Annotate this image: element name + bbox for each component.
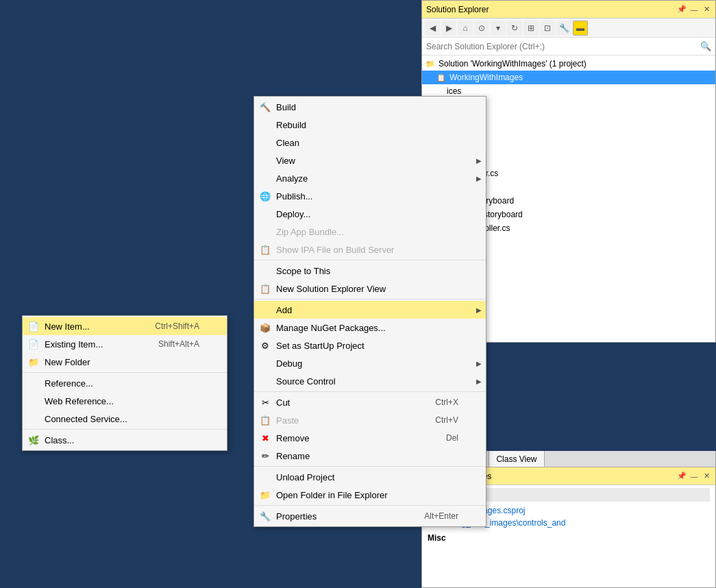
minimize-button[interactable]: — [689,5,699,14]
cm-debug[interactable]: Debug ▶ [254,354,486,372]
add-new-folder-label: New Folder [45,357,90,367]
tree-item-solution-label: Solution 'WorkingWithImages' (1 project) [439,59,587,69]
cm-analyze-arrow: ▶ [476,175,482,182]
search-input[interactable] [426,42,700,51]
cm-publish[interactable]: 🌐 Publish... [254,187,486,205]
cm-remove[interactable]: ✖ Remove Del [254,429,486,447]
active-button[interactable]: ▬ [573,21,588,36]
build-icon: 🔨 [258,100,272,114]
solution-explorer-title: Solution Explorer [426,5,489,14]
properties-icon: 🔧 [258,509,272,523]
new-folder-icon: 📁 [27,355,40,369]
misc-label: Misc [428,533,710,543]
cm-zip-bundle-label: Zip App Bundle... [276,227,344,237]
add-new-item-label: New Item... [45,321,90,332]
cm-new-solution-view[interactable]: 📋 New Solution Explorer View [254,280,486,297]
bp-pin-button[interactable]: 📌 [677,471,687,481]
tree-item-project[interactable]: 📋 WorkingWithImages [422,71,715,84]
bp-title-controls: 📌 — ✕ [677,471,711,481]
pin-button[interactable]: 📌 [677,5,687,14]
cm-sep-4 [254,466,486,467]
solution-icon: 📁 [425,58,436,69]
cm-analyze[interactable]: Analyze ▶ [254,169,486,187]
pending-button[interactable]: ⊙ [474,21,489,36]
back-button[interactable]: ◀ [425,21,440,36]
rename-icon: ✏ [258,449,272,463]
cm-sep-3 [254,391,486,392]
cm-deploy-label: Deploy... [276,209,310,219]
collapse-button[interactable]: ⊡ [540,21,555,36]
cm-paste: 📋 Paste Ctrl+V [254,411,486,429]
refresh-button[interactable]: ↻ [507,21,522,36]
cm-nuget[interactable]: 📦 Manage NuGet Packages... [254,319,486,336]
se-search-bar[interactable]: 🔍 [422,38,715,56]
cm-scope-label: Scope to This [276,266,330,276]
cm-rename-label: Rename [276,451,310,461]
cm-unload[interactable]: Unload Project [254,468,486,486]
project-icon: 📋 [436,72,447,83]
cut-icon: ✂ [258,395,272,409]
add-new-item[interactable]: 📄 New Item... Ctrl+Shift+A [23,317,227,335]
settings-button[interactable]: 🔧 [556,21,571,36]
bp-close-button[interactable]: ✕ [702,471,711,481]
cm-open-folder-label: Open Folder in File Explorer [276,490,388,500]
cm-zip-bundle: Zip App Bundle... [254,223,486,241]
cm-deploy[interactable]: Deploy... [254,205,486,223]
cm-rebuild-label: Rebuild [276,120,306,130]
paste-icon: 📋 [258,413,272,427]
cm-rebuild[interactable]: Rebuild [254,116,486,134]
add-web-reference[interactable]: Web Reference... [23,392,227,410]
cm-sep-5 [254,505,486,506]
cm-add[interactable]: Add ▶ [254,301,486,319]
tree-item-2-label: ices [447,86,461,96]
add-existing-item[interactable]: 📄 Existing Item... Shift+Alt+A [23,335,227,353]
forward-button[interactable]: ▶ [441,21,456,36]
new-solution-view-icon: 📋 [258,282,272,295]
cm-nuget-label: Manage NuGet Packages... [276,323,386,333]
cm-sep-2 [254,299,486,299]
add-class[interactable]: 🌿 Class... [23,431,227,449]
cm-cut-shortcut: Ctrl+X [435,397,472,407]
cm-build[interactable]: 🔨 Build [254,98,486,116]
cm-unload-label: Unload Project [276,472,334,482]
add-reference-label: Reference... [45,378,93,389]
cm-source-control-label: Source Control [276,376,336,387]
cm-source-control[interactable]: Source Control ▶ [254,372,486,390]
add-reference[interactable]: Reference... [23,374,227,392]
add-existing-item-shortcut: Shift+Alt+A [158,339,213,349]
close-button[interactable]: ✕ [702,5,711,14]
title-controls: 📌 — ✕ [677,5,711,14]
nuget-icon: 📦 [258,321,272,334]
cm-view-label: View [276,156,295,166]
bp-minimize-button[interactable]: — [689,471,699,481]
home-button[interactable]: ⌂ [458,21,473,36]
open-folder-icon: 📁 [258,488,272,502]
cm-rename[interactable]: ✏ Rename [254,447,486,465]
cm-add-arrow: ▶ [476,306,482,314]
cm-view[interactable]: View ▶ [254,151,486,169]
cm-startup[interactable]: ⚙ Set as StartUp Project [254,336,486,354]
cm-remove-shortcut: Del [446,433,472,443]
tab-class-view-label: Class View [496,454,536,464]
add-web-reference-label: Web Reference... [45,396,114,406]
cm-scope-to-this[interactable]: Scope to This [254,262,486,280]
cm-clean[interactable]: Clean [254,134,486,151]
tree-item-project-label: WorkingWithImages [449,73,523,82]
tab-class-view[interactable]: Class View [489,451,544,467]
add-new-folder[interactable]: 📁 New Folder [23,353,227,371]
search-icon[interactable]: 🔍 [700,41,711,51]
cm-properties[interactable]: 🔧 Properties Alt+Enter [254,507,486,525]
startup-icon: ⚙ [258,339,272,352]
solution-explorer-title-bar: Solution Explorer 📌 — ✕ [422,1,715,19]
tree-item-solution[interactable]: 📁 Solution 'WorkingWithImages' (1 projec… [422,57,715,71]
sync-button[interactable]: ⊞ [523,21,539,36]
dropdown1-button[interactable]: ▾ [491,21,506,36]
add-connected-service[interactable]: Connected Service... [23,410,227,428]
remove-icon: ✖ [258,431,272,445]
cm-open-folder[interactable]: 📁 Open Folder in File Explorer [254,486,486,504]
cm-debug-arrow: ▶ [476,360,482,367]
cm-publish-label: Publish... [276,191,312,201]
cm-paste-label: Paste [276,415,299,426]
class-icon: 🌿 [27,433,40,447]
cm-cut[interactable]: ✂ Cut Ctrl+X [254,393,486,411]
